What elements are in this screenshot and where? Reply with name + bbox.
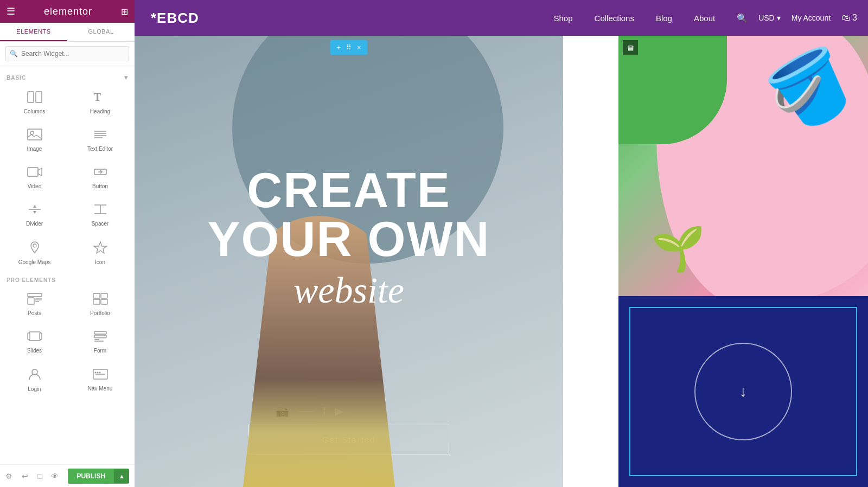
elements-scroll: BASIC ▾ Columns T Heading Image: [0, 66, 135, 487]
svg-marker-18: [94, 242, 107, 253]
circle-arrow-element[interactable]: ↓: [694, 343, 792, 440]
widget-posts[interactable]: Posts: [2, 286, 67, 323]
widget-icon[interactable]: Icon: [68, 234, 132, 272]
site-logo[interactable]: *EBCD: [151, 10, 199, 27]
pro-elements-section-header[interactable]: PRO ELEMENTS: [0, 274, 135, 286]
search-input[interactable]: [5, 46, 129, 61]
publish-button[interactable]: PUBLISH ▲: [68, 469, 129, 484]
cart-icon[interactable]: 🛍 3: [841, 13, 857, 23]
divider-icon: [27, 203, 42, 217]
nav-collections[interactable]: Collections: [595, 14, 634, 23]
column-handle[interactable]: ▦: [623, 40, 638, 55]
basic-widgets-grid: Columns T Heading Image Text Editor: [0, 85, 135, 272]
posts-icon: [27, 293, 42, 307]
column-handle-icon: ▦: [628, 44, 634, 52]
icon-widget-icon: [93, 241, 108, 256]
widget-portfolio[interactable]: Portfolio: [68, 286, 132, 323]
columns-icon: [27, 91, 42, 105]
slides-label: Slides: [27, 348, 42, 354]
columns-label: Columns: [24, 108, 45, 114]
widget-image[interactable]: Image: [2, 122, 67, 158]
my-account-link[interactable]: My Account: [792, 14, 831, 22]
portfolio-icon: [93, 293, 108, 307]
svg-rect-1: [36, 92, 42, 102]
posts-label: Posts: [28, 310, 41, 316]
spacer-icon: [93, 203, 108, 217]
google-maps-label: Google Maps: [18, 259, 50, 265]
search-nav-icon[interactable]: 🔍: [737, 13, 748, 23]
settings-icon[interactable]: ⚙: [5, 472, 12, 480]
main-content: + ⠿ × CREATE YOUR OWN website 📷 f ▶ Get …: [135, 36, 868, 487]
svg-marker-12: [33, 205, 36, 208]
nav-actions: 🔍 USD ▾ My Account 🛍 3: [737, 13, 857, 23]
hero-text: CREATE YOUR OWN website: [186, 166, 512, 312]
video-label: Video: [28, 183, 41, 189]
nav-links: Shop Collections Blog About: [554, 14, 716, 23]
currency-selector[interactable]: USD ▾: [758, 14, 781, 22]
form-icon: [93, 330, 108, 344]
cart-bag-icon: 🛍: [841, 13, 850, 23]
top-nav: *EBCD Shop Collections Blog About 🔍 USD …: [135, 0, 868, 36]
widget-login[interactable]: Login: [2, 361, 67, 399]
search-bar: 🔍: [0, 42, 135, 66]
svg-rect-27: [101, 299, 107, 304]
pro-widgets-grid: Posts Portfolio Slides Form: [0, 286, 135, 399]
tab-elements[interactable]: ELEMENTS: [0, 23, 67, 41]
widget-columns[interactable]: Columns: [2, 85, 67, 121]
nav-shop[interactable]: Shop: [554, 14, 573, 23]
spacer-label: Spacer: [92, 221, 109, 227]
right-top-section: ▦ 🪣 🌱: [618, 36, 868, 296]
nav-blog[interactable]: Blog: [656, 14, 672, 23]
panel-tabs: ELEMENTS GLOBAL: [0, 23, 135, 42]
section-close-button[interactable]: ×: [355, 42, 363, 53]
left-panel: ☰ elementor ⊞ ELEMENTS GLOBAL 🔍 BASIC ▾ …: [0, 0, 135, 487]
responsive-icon[interactable]: □: [37, 472, 42, 480]
section-move-handle[interactable]: ⠿: [344, 42, 354, 53]
svg-rect-3: [28, 129, 42, 140]
widget-video[interactable]: Video: [2, 159, 67, 196]
svg-rect-19: [28, 293, 42, 297]
widget-google-maps[interactable]: Google Maps: [2, 234, 67, 272]
widget-slides[interactable]: Slides: [2, 324, 67, 360]
widget-text-editor[interactable]: Text Editor: [68, 122, 132, 158]
history-icon[interactable]: ↩: [22, 472, 28, 480]
right-panel: ▦ 🪣 🌱 ↓ ✏: [618, 36, 868, 487]
text-editor-label: Text Editor: [87, 146, 113, 152]
nav-about[interactable]: About: [694, 14, 715, 23]
pro-elements-label: PRO ELEMENTS: [7, 277, 56, 283]
form-label: Form: [94, 348, 106, 354]
section-toolbar: + ⠿ ×: [330, 40, 367, 55]
basic-section-header[interactable]: BASIC ▾: [0, 71, 135, 85]
svg-point-17: [33, 244, 36, 247]
search-wrap: 🔍: [5, 46, 129, 61]
eye-icon[interactable]: 👁: [51, 472, 59, 480]
svg-point-39: [97, 372, 98, 374]
widget-divider[interactable]: Divider: [2, 197, 67, 233]
publish-arrow-icon[interactable]: ▲: [114, 469, 129, 483]
widget-form[interactable]: Form: [68, 324, 132, 360]
svg-point-40: [99, 372, 100, 374]
tab-global[interactable]: GLOBAL: [67, 23, 135, 41]
portfolio-label: Portfolio: [90, 310, 110, 316]
grid-icon[interactable]: ⊞: [121, 7, 128, 17]
elementor-logo: elementor: [44, 6, 92, 17]
right-bottom-section: ↓ ✏: [618, 296, 868, 487]
cart-count: 3: [852, 13, 857, 23]
section-add-button[interactable]: +: [334, 42, 343, 53]
arrow-down-icon: ↓: [739, 383, 747, 400]
currency-chevron-icon: ▾: [777, 14, 781, 22]
svg-rect-25: [101, 293, 107, 298]
google-maps-icon: [27, 241, 42, 256]
widget-heading[interactable]: T Heading: [68, 85, 132, 121]
svg-rect-0: [28, 92, 34, 102]
bottom-bar: ⚙ ↩ □ 👁 PUBLISH ▲: [0, 464, 135, 487]
hamburger-icon[interactable]: ☰: [7, 5, 15, 17]
svg-marker-13: [33, 211, 36, 214]
widget-button[interactable]: Button: [68, 159, 132, 196]
nav-menu-label: Nav Menu: [88, 386, 113, 392]
widget-spacer[interactable]: Spacer: [68, 197, 132, 233]
button-icon: [93, 166, 108, 180]
widget-nav-menu[interactable]: Nav Menu: [68, 361, 132, 399]
svg-rect-32: [94, 335, 106, 338]
hero-subtitle: website: [186, 269, 512, 312]
